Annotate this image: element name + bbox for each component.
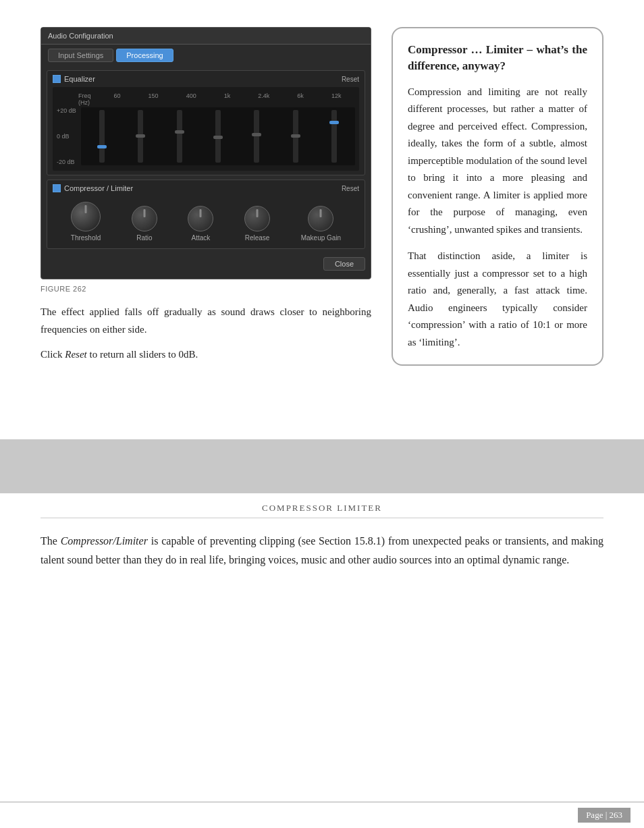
db-plus20: +20 dB xyxy=(57,107,78,114)
audio-config-title: Audio Configuration xyxy=(41,28,371,45)
knobs-row: Threshold Ratio Attack xyxy=(53,196,359,244)
close-button[interactable]: Close xyxy=(323,257,365,271)
eq-slider-3[interactable] xyxy=(177,110,182,163)
eq-header: Equalizer Reset xyxy=(53,75,359,83)
threshold-knob-wrap: Threshold xyxy=(71,202,101,242)
slider-thumb-3 xyxy=(175,130,184,134)
tab-processing[interactable]: Processing xyxy=(116,49,173,62)
freq-6k: 6k xyxy=(297,92,304,106)
right-column: Compressor … Limiter – what’s the differ… xyxy=(392,27,603,372)
callout-para-2: That distinction aside, a limiter is ess… xyxy=(408,248,587,351)
left-para-1: The effect applied falls off gradually a… xyxy=(41,304,371,338)
threshold-label: Threshold xyxy=(71,234,101,242)
close-btn-row: Close xyxy=(41,253,371,272)
eq-label: Equalizer xyxy=(64,75,95,83)
eq-slider-4[interactable] xyxy=(215,110,221,163)
bottom-body-text: The Compressor/Limiter is capable of pre… xyxy=(0,518,644,624)
audio-config-panel: Audio Configuration Input Settings Proce… xyxy=(41,27,371,279)
release-knob[interactable] xyxy=(244,206,270,231)
figure-caption: Figure 262 xyxy=(41,285,371,293)
threshold-knob[interactable] xyxy=(71,202,101,231)
makeup-gain-knob-wrap: Makeup Gain xyxy=(301,206,341,242)
makeup-gain-label: Makeup Gain xyxy=(301,234,341,242)
ratio-knob[interactable] xyxy=(132,206,157,231)
freq-150: 150 xyxy=(149,92,159,106)
page-number: Page | 263 xyxy=(578,808,630,823)
callout-para-1: Compression and limiting are not really … xyxy=(408,84,587,239)
makeup-gain-knob[interactable] xyxy=(308,206,333,231)
eq-checkbox[interactable] xyxy=(53,75,61,83)
db-0: 0 dB xyxy=(57,133,78,140)
release-label: Release xyxy=(245,234,270,242)
compressor-section: Compressor / Limiter Reset Threshold xyxy=(47,180,365,249)
ratio-knob-wrap: Ratio xyxy=(132,206,157,242)
release-knob-wrap: Release xyxy=(244,206,270,242)
slider-thumb-5 xyxy=(252,133,261,136)
eq-slider-6[interactable] xyxy=(293,110,298,163)
chapter-title: Compressor Limiter xyxy=(41,493,603,518)
callout-box: Compressor … Limiter – what’s the differ… xyxy=(392,27,603,366)
freq-hz-label: Freq (Hz) xyxy=(78,92,100,106)
freq-12k: 12k xyxy=(331,92,342,106)
callout-title: Compressor … Limiter – what’s the differ… xyxy=(408,42,587,74)
freq-60: 60 xyxy=(114,92,121,106)
page-footer: Page | 263 xyxy=(0,802,644,828)
comp-checkbox[interactable] xyxy=(53,184,61,192)
freq-1k: 1k xyxy=(224,92,231,106)
comp-label: Compressor / Limiter xyxy=(64,184,133,192)
attack-knob-wrap: Attack xyxy=(188,206,213,242)
freq-400: 400 xyxy=(186,92,196,106)
db-minus20: -20 dB xyxy=(57,159,78,165)
slider-thumb-6 xyxy=(291,134,300,138)
comp-title-row: Compressor / Limiter xyxy=(53,184,133,192)
left-para-2: Click Reset to return all sliders to 0dB… xyxy=(41,346,371,364)
comp-reset-button[interactable]: Reset xyxy=(342,185,359,192)
attack-label: Attack xyxy=(192,234,211,242)
eq-sliders-area: Freq (Hz) 60 150 400 1k 2.4k 6k 12k xyxy=(53,87,359,171)
bottom-para: The Compressor/Limiter is capable of pre… xyxy=(41,532,603,570)
tabs-row: Input Settings Processing xyxy=(41,45,371,66)
eq-slider-2[interactable] xyxy=(138,110,143,163)
slider-thumb-1 xyxy=(97,145,107,148)
eq-slider-7[interactable] xyxy=(331,110,337,163)
tab-input-settings[interactable]: Input Settings xyxy=(48,49,113,62)
left-body-text: The effect applied falls off gradually a… xyxy=(41,304,371,364)
ratio-label: Ratio xyxy=(136,234,152,242)
eq-slider-1[interactable] xyxy=(99,110,105,163)
attack-knob[interactable] xyxy=(188,206,213,231)
gray-separator-bar xyxy=(0,439,644,493)
slider-thumb-4 xyxy=(213,136,223,139)
slider-thumb-7 xyxy=(329,121,339,124)
comp-header: Compressor / Limiter Reset xyxy=(53,184,359,192)
eq-slider-5[interactable] xyxy=(254,110,259,163)
eq-title-row: Equalizer xyxy=(53,75,95,83)
equalizer-section: Equalizer Reset Freq (Hz) 60 150 400 xyxy=(47,70,365,175)
slider-thumb-2 xyxy=(136,134,145,138)
left-column: Audio Configuration Input Settings Proce… xyxy=(41,27,371,372)
freq-2k4: 2.4k xyxy=(258,92,269,106)
eq-reset-button[interactable]: Reset xyxy=(342,76,359,83)
